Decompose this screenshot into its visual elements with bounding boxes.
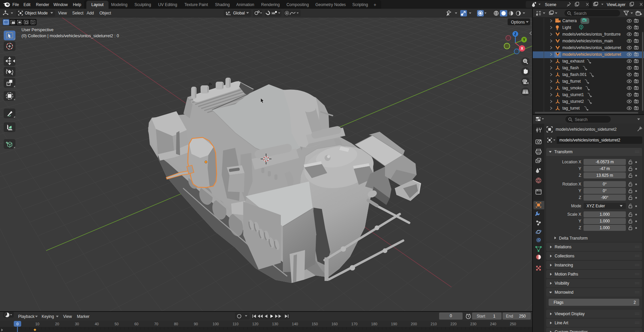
svg-text:Light: Light	[562, 25, 571, 30]
svg-text:tag_flash: tag_flash	[562, 66, 579, 70]
svg-text:220: 220	[450, 322, 457, 326]
svg-text:tag_sturret1: tag_sturret1	[562, 92, 584, 97]
svg-text:200: 200	[411, 322, 417, 326]
svg-text:60: 60	[134, 322, 138, 326]
svg-text:40: 40	[95, 322, 99, 326]
svg-text:tag_turret: tag_turret	[562, 106, 580, 111]
svg-text:tag_fturret: tag_fturret	[562, 79, 581, 84]
svg-text:20: 20	[55, 322, 59, 326]
svg-text:90: 90	[194, 322, 198, 326]
svg-text:210: 210	[431, 322, 437, 326]
svg-text:models/vehicles/ontos_sideturr: models/vehicles/ontos_sideturret	[562, 52, 621, 57]
svg-text:30: 30	[75, 322, 79, 326]
svg-text:‘: ‘	[628, 39, 630, 43]
svg-text:10: 10	[35, 322, 39, 326]
svg-text:240: 240	[490, 322, 496, 326]
svg-text:tag_smoke: tag_smoke	[562, 86, 582, 90]
svg-text:X: X	[521, 46, 523, 50]
svg-text:80: 80	[174, 322, 178, 326]
svg-text:tag_exhaust: tag_exhaust	[562, 59, 585, 64]
svg-text:160: 160	[332, 322, 338, 326]
svg-text:tag_sturret2: tag_sturret2	[562, 99, 584, 104]
svg-text:150: 150	[312, 322, 318, 326]
svg-text:models/vehicles/ontos_sideturr: models/vehicles/ontos_sideturret	[562, 45, 621, 50]
svg-text:Camera: Camera	[562, 18, 577, 23]
svg-text:230: 230	[470, 322, 476, 326]
svg-text:180: 180	[371, 322, 377, 326]
svg-text:140: 140	[292, 322, 298, 326]
svg-text:190: 190	[391, 322, 397, 326]
svg-text:70: 70	[154, 322, 158, 326]
svg-text:models/vehicles/ontos_main: models/vehicles/ontos_main	[562, 39, 613, 43]
svg-text:100: 100	[213, 322, 219, 326]
svg-text:Z: Z	[514, 32, 516, 36]
svg-text:models/vehicles/ontos_fronttur: models/vehicles/ontos_frontturre	[562, 32, 621, 37]
svg-text:170: 170	[351, 322, 357, 326]
svg-text:130: 130	[272, 322, 278, 326]
svg-text:250: 250	[510, 322, 516, 326]
svg-text:0: 0	[16, 322, 18, 326]
svg-text:110: 110	[232, 322, 239, 326]
svg-text:50: 50	[115, 322, 119, 326]
svg-text:120: 120	[252, 322, 258, 326]
svg-text:Y: Y	[523, 38, 525, 42]
svg-text:tag_flash.001: tag_flash.001	[562, 72, 587, 77]
